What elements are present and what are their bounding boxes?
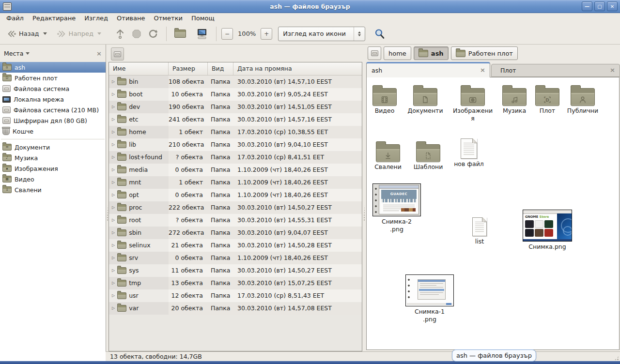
places-chevron-icon[interactable] [26, 52, 30, 55]
expander-icon[interactable]: ▷ [112, 189, 115, 201]
tree-row[interactable]: ▷ proc 222 обекта Папка 30.03.2010 (вт) … [109, 201, 362, 214]
sidebar-item[interactable]: Кошче [0, 126, 106, 136]
menu-bookmarks[interactable]: Отметки [149, 13, 186, 23]
expander-icon[interactable]: ▷ [112, 164, 115, 176]
expander-icon[interactable]: ▷ [112, 101, 115, 113]
forward-dropdown-icon[interactable] [97, 32, 101, 35]
tree-row[interactable]: ▷ opt 0 обекта Папка 1.10.2009 (чт) 18,4… [109, 189, 362, 201]
up-button[interactable] [112, 26, 128, 42]
sidebar-item[interactable]: Файлова система (210 MB) [0, 105, 106, 115]
tree-row[interactable]: ▷ media 0 обекта Папка 1.10.2009 (чт) 18… [109, 164, 362, 176]
sidebar-item[interactable]: Файлова система [0, 83, 106, 94]
icon-item-new-file[interactable]: нов файл [450, 136, 488, 168]
tree-row[interactable]: ▷ sys 11 обекта Папка 30.03.2010 (вт) 14… [109, 264, 362, 277]
tab-close-icon[interactable]: × [480, 66, 485, 74]
expander-icon[interactable]: ▷ [112, 126, 115, 138]
col-size-header[interactable]: Размер [169, 62, 208, 75]
expander-icon[interactable]: ▷ [112, 252, 115, 264]
view-mode-select[interactable]: Изглед като икони [278, 27, 365, 41]
expander-icon[interactable]: ▷ [112, 289, 115, 302]
minimize-button[interactable]: — [582, 1, 592, 11]
menu-edit[interactable]: Редактиране [28, 13, 80, 23]
taskbar-button[interactable]: ash — файлов браузър [452, 349, 536, 362]
icon-item-list[interactable]: list [465, 215, 494, 245]
tab-plot[interactable]: Плот × [491, 64, 620, 77]
expander-icon[interactable]: ▷ [112, 201, 115, 214]
expander-icon[interactable]: ▷ [112, 302, 115, 315]
tree-row[interactable]: ▷ srv 0 обекта Папка 1.10.2009 (чт) 18,4… [109, 252, 362, 264]
col-name-header[interactable]: Име [109, 62, 169, 75]
menu-help[interactable]: Помощ [187, 13, 219, 23]
sidebar-item[interactable]: ash [0, 62, 106, 73]
icon-item-videos[interactable]: Видео [368, 83, 402, 115]
sidebar-item[interactable]: Работен плот [0, 73, 106, 83]
tree-row[interactable]: ▷ etc 241 обекта Папка 30.03.2010 (вт) 1… [109, 113, 362, 126]
back-button[interactable]: Назад [4, 27, 50, 41]
sidebar-item[interactable]: Шифриран дял (80 GB) [0, 115, 106, 126]
expander-icon[interactable]: ▷ [112, 88, 115, 101]
icon-item-snimka[interactable]: GNOME Store Снимка.png [523, 210, 572, 251]
tab-ash[interactable]: ash × [366, 62, 490, 77]
search-button[interactable] [371, 26, 388, 42]
expander-icon[interactable]: ▷ [112, 264, 115, 277]
breadcrumb-desktop[interactable]: Работен плот [451, 46, 518, 60]
tree-row[interactable]: ▷ lost+found ? обекта Папка 17.03.2010 (… [109, 151, 362, 164]
expander-icon[interactable]: ▷ [112, 113, 115, 126]
expander-icon[interactable]: ▷ [112, 239, 115, 252]
col-type-header[interactable]: Вид [208, 62, 233, 75]
view-mode-spin[interactable] [354, 27, 365, 41]
menu-file[interactable]: Файл [2, 13, 28, 23]
expander-icon[interactable]: ▷ [112, 277, 115, 289]
sidebar-item[interactable]: Изображения [0, 163, 106, 174]
places-close-button[interactable]: × [96, 50, 102, 57]
tree-row[interactable]: ▷ lib 210 обекта Папка 30.03.2010 (вт) 9… [109, 138, 362, 151]
tree-pane-root-button[interactable] [111, 47, 124, 61]
tab-close-icon[interactable]: × [610, 66, 615, 74]
icon-item-snimka-2[interactable]: GUADEC Снимка-2.png [372, 183, 421, 234]
tree-row[interactable]: ▷ var 20 обекта Папка 30.03.2010 (вт) 14… [109, 302, 362, 315]
zoom-out-button[interactable]: − [221, 28, 233, 40]
zoom-in-button[interactable]: + [261, 28, 272, 40]
breadcrumb-home[interactable]: home [384, 46, 411, 60]
tree-row[interactable]: ▷ tmp 13 обекта Папка 30.03.2010 (вт) 15… [109, 277, 362, 289]
expander-icon[interactable]: ▷ [112, 151, 115, 164]
tree-row[interactable]: ▷ root ? обекта Папка 30.03.2010 (вт) 14… [109, 214, 362, 227]
expander-icon[interactable]: ▷ [112, 76, 115, 88]
sidebar-item[interactable]: Музика [0, 152, 106, 163]
back-dropdown-icon[interactable] [43, 32, 47, 35]
menu-go[interactable]: Отиване [112, 13, 149, 23]
close-button[interactable]: ✕ [607, 1, 618, 11]
tree-row[interactable]: ▷ home 1 обект Папка 17.03.2010 (ср) 10,… [109, 126, 362, 138]
breadcrumb-ash[interactable]: ash [414, 46, 449, 60]
icon-item-music[interactable]: Музика [497, 83, 531, 115]
home-button[interactable] [171, 28, 189, 40]
tree-row[interactable]: ▷ dev 190 обекта Папка 30.03.2010 (вт) 1… [109, 101, 362, 113]
titlebar[interactable]: ash — файлов браузър — ▢ ✕ [0, 0, 620, 13]
breadcrumb-root-button[interactable] [368, 46, 381, 60]
icon-item-documents[interactable]: Документи [405, 83, 446, 115]
expander-icon[interactable]: ▷ [112, 214, 115, 227]
reload-button[interactable] [145, 27, 161, 41]
expander-icon[interactable]: ▷ [112, 227, 115, 239]
sidebar-item[interactable]: Свалени [0, 184, 106, 195]
sidebar-item[interactable]: Локална мрежа [0, 94, 106, 105]
tree-row[interactable]: ▷ sbin 272 обекта Папка 30.03.2010 (вт) … [109, 227, 362, 239]
expander-icon[interactable]: ▷ [112, 138, 115, 151]
computer-button[interactable] [193, 26, 211, 42]
icon-item-templates[interactable]: Шаблони [409, 139, 448, 171]
tree-row[interactable]: ▷ boot 10 обекта Папка 30.03.2010 (вт) 9… [109, 88, 362, 101]
tree-row[interactable]: ▷ mnt 1 обект Папка 1.10.2009 (чт) 18,40… [109, 176, 362, 189]
col-date-header[interactable]: Дата на промяна [233, 62, 362, 75]
stop-button[interactable] [128, 27, 145, 41]
icon-item-public[interactable]: Публични [562, 83, 603, 115]
icon-item-desktop[interactable]: D Плот [533, 83, 562, 115]
forward-button[interactable]: Напред [54, 27, 104, 41]
maximize-button[interactable]: ▢ [594, 1, 605, 11]
pane-splitter[interactable] [362, 45, 366, 351]
sidebar-item[interactable]: Видео [0, 174, 106, 184]
tree-row[interactable]: ▷ selinux 21 обекта Папка 30.03.2010 (вт… [109, 239, 362, 252]
menu-view[interactable]: Изглед [80, 13, 112, 23]
expander-icon[interactable]: ▷ [112, 176, 115, 189]
icon-item-snimka-1[interactable]: Снимка-1.png [405, 274, 454, 324]
icon-item-downloads[interactable]: Свалени [369, 139, 407, 171]
